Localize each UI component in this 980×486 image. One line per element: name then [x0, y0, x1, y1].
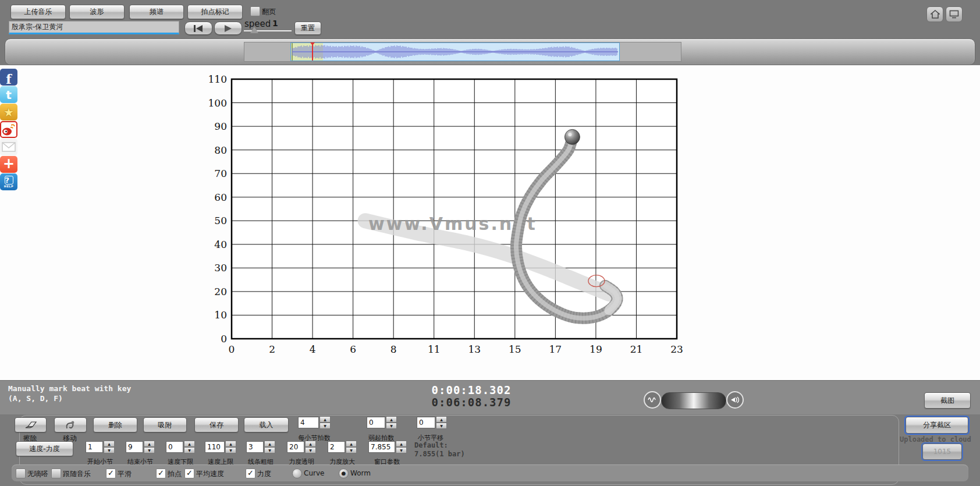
load-button[interactable]: 载入: [244, 417, 289, 432]
dynamics-amplify-stepper[interactable]: ▲▼: [346, 441, 357, 453]
speed-dynamics-mode-button[interactable]: 速度-力度: [16, 441, 73, 456]
default-value-text: Default: 7.855(1 bar): [414, 441, 465, 459]
watermark: www.Vmus.net: [368, 214, 537, 234]
bar-shift-stepper[interactable]: ▲▼: [436, 416, 447, 429]
play-button[interactable]: [214, 22, 242, 35]
svg-text:13: 13: [468, 343, 481, 355]
pickup-beats-stepper[interactable]: ▲▼: [386, 416, 397, 429]
svg-text:19: 19: [590, 343, 602, 355]
dynamics-transparency-stepper[interactable]: ▲▼: [305, 441, 316, 453]
spectrum-button[interactable]: 频谱: [129, 5, 184, 19]
volume-slider[interactable]: [661, 392, 726, 409]
svg-text:90: 90: [214, 120, 227, 132]
beat-points-label: 拍点: [168, 469, 182, 479]
window-parameter-stepper[interactable]: ▲▼: [396, 441, 407, 453]
svg-text:10: 10: [214, 309, 227, 321]
waveform-selection[interactable]: [290, 42, 620, 61]
svg-text:0: 0: [229, 343, 235, 355]
speed-upper-limit-input[interactable]: [205, 441, 225, 453]
go-to-start-button[interactable]: [184, 22, 212, 35]
svg-text:70: 70: [214, 168, 227, 179]
home-button[interactable]: [926, 6, 943, 22]
svg-text:30: 30: [214, 262, 227, 274]
average-speed-checkbox[interactable]: ✓: [184, 469, 194, 478]
dynamics-amplify-input[interactable]: [328, 441, 345, 453]
playhead-cap-icon: [310, 42, 315, 45]
waveform-button[interactable]: 波形: [69, 5, 125, 19]
svg-text:8: 8: [390, 343, 397, 355]
svg-text:2: 2: [269, 343, 275, 355]
top-toolbar: 上传音乐 波形 频谱 拍点标记 翻页 speed 1 重置: [0, 0, 980, 36]
waveform-strip[interactable]: [244, 42, 681, 62]
svg-text:50: 50: [214, 215, 227, 226]
svg-text:6: 6: [350, 343, 356, 355]
delete-button[interactable]: 删除: [93, 417, 137, 432]
erase-button[interactable]: [15, 417, 47, 432]
main-chart-panel: f t ★ + ? HELP: [0, 65, 980, 380]
total-time: 0:06:08.379: [407, 396, 535, 409]
volume-min-button[interactable]: [644, 391, 661, 409]
speed-lower-limit-input[interactable]: [166, 441, 183, 453]
speed-upper-limit-stepper[interactable]: ▲▼: [225, 441, 236, 453]
follow-music-label: 跟随音乐: [63, 469, 91, 479]
dynamics-transparency-input[interactable]: [287, 441, 304, 453]
dynamics-checkbox[interactable]: ✓: [246, 469, 255, 478]
follow-music-checkbox[interactable]: [51, 469, 61, 478]
pickup-beats-input[interactable]: [367, 417, 385, 428]
end-bar-stepper[interactable]: ▲▼: [144, 441, 155, 453]
current-time: 0:00:18.302: [407, 384, 535, 396]
upload-music-button[interactable]: 上传音乐: [10, 5, 66, 19]
curve-radio[interactable]: [292, 469, 302, 478]
beats-per-bar-input[interactable]: [298, 417, 319, 428]
uploaded-status-text: Uploaded to cloud: [900, 435, 971, 444]
speed-value: 1: [272, 19, 278, 28]
curve-radio-label: Curve: [304, 469, 324, 477]
share-capture-button[interactable]: 分享截区: [906, 417, 968, 434]
cloud-id-button[interactable]: 1015: [922, 444, 962, 460]
smooth-checkbox[interactable]: ✓: [106, 469, 116, 478]
speed-lower-limit-stepper[interactable]: ▲▼: [184, 441, 195, 453]
speed-slider-thumb[interactable]: [250, 27, 258, 33]
reset-button[interactable]: 重置: [294, 22, 321, 35]
line-thickness-input[interactable]: [246, 441, 264, 453]
play-icon: [224, 25, 232, 32]
move-tool-icon: [65, 420, 76, 430]
song-title-input[interactable]: [9, 21, 179, 34]
beat-mark-button[interactable]: 拍点标记: [187, 5, 243, 19]
volume-max-button[interactable]: [726, 391, 744, 409]
beats-per-bar-stepper[interactable]: ▲▼: [319, 416, 331, 429]
fullscreen-button[interactable]: [946, 6, 963, 22]
svg-text:15: 15: [509, 343, 521, 355]
worm-radio[interactable]: ●: [339, 469, 349, 478]
no-tick-checkbox[interactable]: [16, 469, 26, 478]
flip-page-checkbox[interactable]: [250, 6, 260, 16]
end-bar-input[interactable]: [126, 441, 143, 453]
svg-text:11: 11: [428, 343, 441, 355]
average-speed-label: 平均速度: [196, 469, 224, 479]
bar-shift-input[interactable]: [417, 417, 435, 428]
svg-text:110: 110: [208, 73, 227, 85]
snap-button[interactable]: 吸附: [143, 417, 187, 432]
line-thickness-stepper[interactable]: ▲▼: [264, 441, 275, 453]
waveform-graphic: [291, 43, 619, 61]
screenshot-button[interactable]: 截图: [924, 392, 971, 409]
svg-text:80: 80: [214, 144, 227, 156]
svg-text:60: 60: [214, 191, 227, 203]
beat-points-checkbox[interactable]: ✓: [156, 469, 166, 478]
playhead-cursor[interactable]: [312, 43, 313, 61]
home-icon: [931, 10, 940, 19]
window-parameter-input[interactable]: [368, 441, 395, 453]
monitor-icon: [949, 10, 959, 19]
svg-text:21: 21: [630, 343, 643, 355]
tempo-worm-chart[interactable]: www.Vmus.net 024681113151719212311010090…: [0, 65, 980, 380]
svg-text:17: 17: [549, 343, 562, 355]
display-options-strip: [12, 464, 968, 481]
start-bar-input[interactable]: [86, 441, 103, 453]
beat-hint-text: Manually mark beat with key (A, S, D, F): [8, 384, 131, 403]
svg-text:0: 0: [221, 333, 227, 345]
save-button[interactable]: 保存: [194, 417, 239, 432]
start-bar-stepper[interactable]: ▲▼: [104, 441, 115, 453]
svg-text:40: 40: [214, 239, 227, 250]
move-button[interactable]: [54, 417, 87, 432]
smooth-label: 平滑: [118, 469, 132, 479]
